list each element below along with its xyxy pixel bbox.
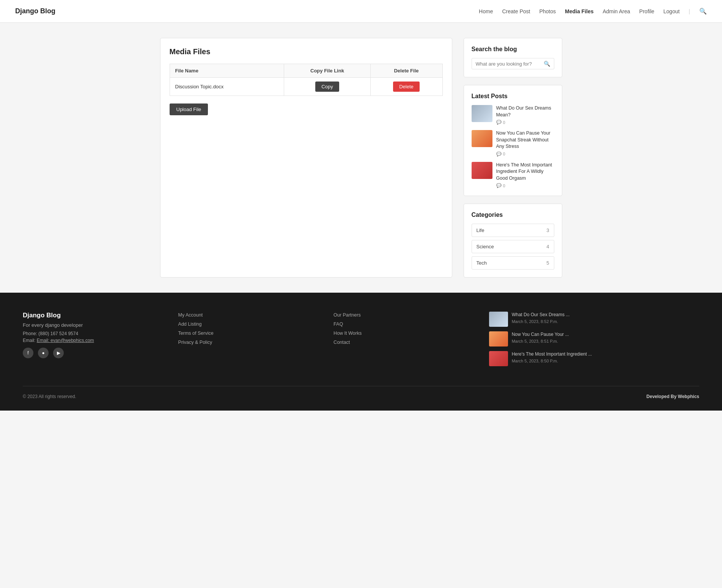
- footer-social: f ● ▶: [23, 348, 163, 358]
- file-name-cell: Discussion Topic.docx: [170, 78, 284, 96]
- search-icon[interactable]: 🔍: [699, 8, 707, 14]
- footer-post-title[interactable]: Here's The Most Important Ingredient ...: [512, 351, 592, 358]
- site-brand[interactable]: Django Blog: [15, 7, 55, 15]
- footer-add-listing[interactable]: Add Listing: [178, 321, 202, 327]
- table-row: Discussion Topic.docx Copy Delete: [170, 78, 442, 96]
- post-thumbnail: [472, 162, 492, 179]
- col-file-name: File Name: [170, 64, 284, 78]
- nav-admin-area[interactable]: Admin Area: [602, 8, 630, 14]
- footer-my-account[interactable]: My Account: [178, 312, 203, 318]
- footer-post-thumb: [489, 312, 508, 327]
- category-count: 3: [546, 227, 549, 233]
- footer-terms[interactable]: Terms of Service: [178, 331, 214, 336]
- delete-cell: Delete: [370, 78, 442, 96]
- category-item-tech[interactable]: Tech 5: [472, 256, 554, 270]
- navbar: Django Blog Home Create Post Photos Medi…: [0, 0, 722, 23]
- categories-card: Categories Life 3 Science 4 Tech 5: [464, 204, 562, 278]
- category-item-life[interactable]: Life 3: [472, 224, 554, 237]
- footer-contact[interactable]: Contact: [333, 340, 350, 345]
- footer-post-thumb: [489, 351, 508, 366]
- col-delete-file: Delete File: [370, 64, 442, 78]
- youtube-icon[interactable]: ▶: [53, 348, 64, 358]
- nav-profile[interactable]: Profile: [639, 8, 654, 14]
- col-copy-link: Copy File Link: [284, 64, 370, 78]
- delete-button[interactable]: Delete: [393, 82, 420, 92]
- footer-brand: Django Blog: [23, 312, 163, 319]
- sidebar: Search the blog 🔍 Latest Posts What Do O…: [464, 38, 562, 278]
- post-title[interactable]: Here's The Most Important Ingredient For…: [496, 162, 554, 182]
- nav-separator: |: [689, 8, 690, 14]
- footer-post-title[interactable]: Now You Can Pause Your ...: [512, 331, 569, 338]
- latest-posts-title: Latest Posts: [472, 93, 554, 100]
- footer-recent-posts-col: What Do Our Sex Dreams ... March 5, 2023…: [489, 312, 699, 371]
- footer-post-title[interactable]: What Do Our Sex Dreams ...: [512, 312, 570, 318]
- footer-brand-col: Django Blog For every django developer P…: [23, 312, 163, 371]
- post-title[interactable]: What Do Our Sex Dreams Mean?: [496, 105, 554, 118]
- nav-media-files[interactable]: Media Files: [565, 8, 593, 14]
- category-item-science[interactable]: Science 4: [472, 240, 554, 253]
- post-comments: 💬 0: [496, 152, 554, 157]
- category-count: 5: [546, 260, 549, 266]
- search-input[interactable]: [476, 61, 544, 67]
- category-name: Life: [477, 227, 484, 233]
- footer-post-date: March 5, 2023, 8:52 P.m.: [512, 319, 570, 324]
- content-area: Media Files File Name Copy File Link Del…: [160, 38, 452, 278]
- search-card: Search the blog 🔍: [464, 38, 562, 77]
- comment-icon: 💬: [496, 152, 502, 157]
- list-item: Now You Can Pause Your Snapchat Streak W…: [472, 130, 554, 157]
- category-count: 4: [546, 244, 549, 249]
- copy-button[interactable]: Copy: [315, 82, 339, 92]
- footer-tagline: For every django developer: [23, 322, 163, 328]
- category-name: Tech: [477, 260, 487, 266]
- footer-grid: Django Blog For every django developer P…: [23, 312, 699, 371]
- footer-post-date: March 5, 2023, 8:51 P.m.: [512, 339, 569, 343]
- media-table: File Name Copy File Link Delete File Dis…: [170, 64, 443, 96]
- nav-links: Home Create Post Photos Media Files Admi…: [479, 8, 707, 15]
- footer-post-thumb: [489, 331, 508, 347]
- nav-create-post[interactable]: Create Post: [502, 8, 530, 14]
- search-box: 🔍: [472, 58, 554, 69]
- comment-count: 0: [503, 152, 505, 156]
- footer-how-it-works[interactable]: How It Works: [333, 331, 362, 336]
- comment-icon: 💬: [496, 183, 502, 188]
- comment-icon: 💬: [496, 120, 502, 125]
- developed-by: Developed By Webphics: [646, 394, 699, 399]
- nav-photos[interactable]: Photos: [539, 8, 556, 14]
- post-thumbnail: [472, 105, 492, 122]
- footer-links-col-2: Our Partners FAQ How It Works Contact: [333, 312, 474, 371]
- footer-email-link[interactable]: Email: evan@webphics.com: [37, 338, 94, 343]
- footer-post-item: What Do Our Sex Dreams ... March 5, 2023…: [489, 312, 699, 327]
- footer: Django Blog For every django developer P…: [0, 293, 722, 411]
- copy-cell: Copy: [284, 78, 370, 96]
- footer-privacy[interactable]: Privacy & Policy: [178, 340, 212, 345]
- upload-file-button[interactable]: Upload File: [170, 103, 208, 115]
- footer-email: Email: Email: evan@webphics.com: [23, 338, 163, 343]
- facebook-icon[interactable]: f: [23, 348, 33, 358]
- comment-count: 0: [503, 183, 505, 188]
- search-title: Search the blog: [472, 46, 554, 53]
- nav-logout[interactable]: Logout: [664, 8, 680, 14]
- footer-bottom: © 2023 All rights reserved. Developed By…: [23, 386, 699, 399]
- post-comments: 💬 0: [496, 183, 554, 188]
- categories-title: Categories: [472, 212, 554, 218]
- post-thumbnail: [472, 130, 492, 147]
- footer-post-item: Here's The Most Important Ingredient ...…: [489, 351, 699, 366]
- instagram-icon[interactable]: ●: [38, 348, 49, 358]
- footer-post-date: March 5, 2023, 8:50 P.m.: [512, 359, 592, 363]
- latest-posts-card: Latest Posts What Do Our Sex Dreams Mean…: [464, 85, 562, 196]
- category-name: Science: [477, 244, 494, 249]
- nav-home[interactable]: Home: [479, 8, 493, 14]
- search-icon[interactable]: 🔍: [544, 61, 550, 67]
- post-title[interactable]: Now You Can Pause Your Snapchat Streak W…: [496, 130, 554, 150]
- main-container: Media Files File Name Copy File Link Del…: [153, 38, 570, 278]
- footer-links-col-1: My Account Add Listing Terms of Service …: [178, 312, 319, 371]
- list-item: Here's The Most Important Ingredient For…: [472, 162, 554, 188]
- footer-our-partners[interactable]: Our Partners: [333, 312, 361, 318]
- footer-post-item: Now You Can Pause Your ... March 5, 2023…: [489, 331, 699, 347]
- footer-phone: Phone: (880) 167 524 9574: [23, 331, 163, 336]
- page-title: Media Files: [170, 47, 443, 56]
- comment-count: 0: [503, 120, 505, 125]
- copyright: © 2023 All rights reserved.: [23, 394, 76, 399]
- footer-faq[interactable]: FAQ: [333, 321, 343, 327]
- post-comments: 💬 0: [496, 120, 554, 125]
